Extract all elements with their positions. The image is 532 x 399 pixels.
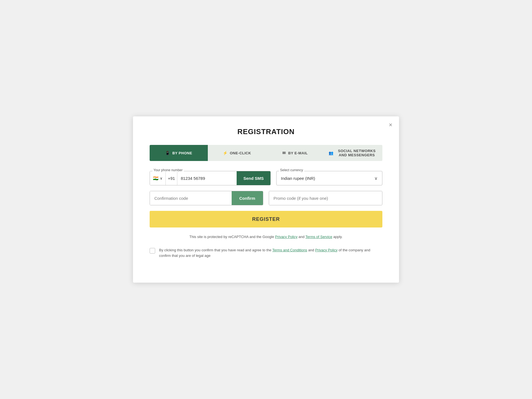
currency-select[interactable]: Indian rupee (INR) ∨ [276,171,382,185]
recaptcha-after: apply. [332,235,342,239]
phone-label: Your phone number [152,168,184,172]
tab-by-email[interactable]: ✉ BY E-MAIL [266,145,324,161]
tab-by-phone-label: BY PHONE [172,151,192,155]
promo-group [269,191,382,205]
privacy-policy-terms-link[interactable]: Privacy Policy [315,248,337,252]
tab-social-label: SOCIAL NETWORKS AND MESSENGERS [336,149,378,157]
tab-social-networks[interactable]: 👥 SOCIAL NETWORKS AND MESSENGERS [324,145,382,161]
lightning-icon: ⚡ [223,151,228,155]
confirm-button[interactable]: Confirm [232,191,263,205]
terms-middle: and [307,248,315,252]
promo-field [269,191,382,205]
confirmation-group: Confirm [150,191,263,205]
india-flag: 🇮🇳 [153,175,159,181]
send-sms-button[interactable]: Send SMS [237,171,270,185]
recaptcha-before: This site is protected by reCAPTCHA and … [189,235,275,239]
terms-text: By clicking this button you confirm that… [159,247,382,259]
users-icon: 👥 [329,151,334,155]
terms-before: By clicking this button you confirm that… [159,248,272,252]
registration-tabs: 📱 BY PHONE ⚡ ONE-CLICK ✉ BY E-MAIL 👥 SOC… [150,145,382,161]
phone-group: Your phone number 🇮🇳 ∨ +91 Send SMS [150,171,271,185]
recaptcha-and: and [298,235,306,239]
tab-one-click[interactable]: ⚡ ONE-CLICK [208,145,266,161]
currency-label: Select currency [279,168,304,172]
phone-icon: 📱 [165,151,170,155]
phone-field: 🇮🇳 ∨ +91 Send SMS [150,171,271,185]
terms-and-conditions-link[interactable]: Terms and Conditions [272,248,307,252]
tab-by-email-label: BY E-MAIL [288,151,308,155]
currency-group: Select currency Indian rupee (INR) ∨ [276,171,382,185]
phone-input[interactable] [177,171,237,185]
register-button[interactable]: REGISTER [150,211,382,227]
terms-row: By clicking this button you confirm that… [150,247,382,259]
confirmation-field: Confirm [150,191,263,205]
confirmation-promo-row: Confirm [150,191,382,205]
email-icon: ✉ [282,151,286,155]
country-code: +91 [166,171,177,185]
registration-modal: × REGISTRATION 📱 BY PHONE ⚡ ONE-CLICK ✉ … [133,116,399,283]
modal-title: REGISTRATION [150,127,382,136]
terms-of-service-link[interactable]: Terms of Service [305,235,332,239]
recaptcha-notice: This site is protected by reCAPTCHA and … [150,234,382,240]
currency-value: Indian rupee (INR) [281,176,374,181]
chevron-down-icon: ∨ [374,176,378,181]
promo-input[interactable] [269,191,382,205]
close-button[interactable]: × [389,122,392,128]
phone-currency-row: Your phone number 🇮🇳 ∨ +91 Send SMS Sele… [150,171,382,185]
terms-checkbox[interactable] [150,248,155,254]
country-selector[interactable]: 🇮🇳 ∨ [150,171,166,185]
tab-by-phone[interactable]: 📱 BY PHONE [150,145,208,161]
privacy-policy-link[interactable]: Privacy Policy [275,235,298,239]
tab-one-click-label: ONE-CLICK [230,151,251,155]
dropdown-chevron: ∨ [160,176,163,180]
confirmation-input[interactable] [150,191,232,205]
